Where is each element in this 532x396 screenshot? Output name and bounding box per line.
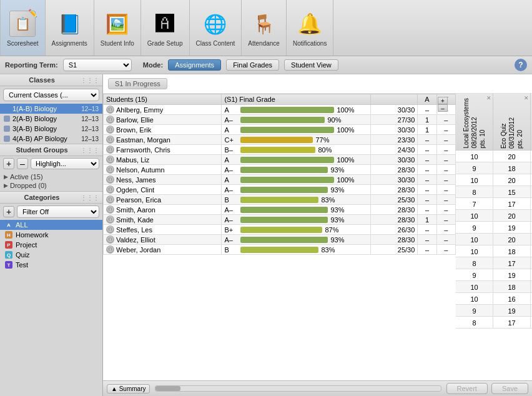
zoom-in-btn[interactable]: + <box>438 97 448 104</box>
group-label: Dropped (0) <box>10 182 47 189</box>
add-group-btn[interactable]: + <box>3 158 14 169</box>
absent-cell: – <box>418 135 436 145</box>
assign-cell-5-0[interactable]: 10 <box>456 210 493 221</box>
assign-cell-11-1[interactable]: 18 <box>493 281 531 292</box>
toolbar-grade-setup[interactable]: 🅰 Grade Setup <box>141 0 190 56</box>
student-info-icon[interactable]: ⓘ <box>106 146 114 154</box>
student-info-icon[interactable]: ⓘ <box>106 106 114 114</box>
group-label: Active (15) <box>10 173 43 181</box>
class-item[interactable]: 1(A-B) Biology 12–13 <box>0 104 102 114</box>
student-info-icon[interactable]: ⓘ <box>106 116 114 124</box>
assign-cell-1-0[interactable]: 9 <box>456 162 493 174</box>
student-info-icon[interactable]: ⓘ <box>106 126 114 134</box>
student-info-icon[interactable]: ⓘ <box>106 196 114 204</box>
student-name-cell: ⓘ Mabus, Liz <box>104 155 222 165</box>
remove-group-btn[interactable]: – <box>17 158 28 169</box>
help-btn[interactable]: ? <box>515 59 527 71</box>
student-info-icon[interactable]: ⓘ <box>106 176 114 184</box>
grade-pct: 93% <box>330 206 344 214</box>
tardy-cell: – <box>436 165 455 175</box>
absent-cell: – <box>418 105 436 115</box>
category-homework[interactable]: H Homework <box>0 230 102 240</box>
class-item[interactable]: 3(A-B) Biology 12–13 <box>0 124 102 134</box>
grade-letter: C+ <box>224 136 238 144</box>
assign-cell-6-0[interactable]: 9 <box>456 222 493 233</box>
assign-cell-8-0[interactable]: 10 <box>456 245 493 257</box>
assign-cell-12-1[interactable]: 16 <box>493 293 531 304</box>
student-info-icon[interactable]: ⓘ <box>106 245 114 254</box>
assign-cell-0-1[interactable]: 20 <box>493 151 531 162</box>
classes-dropdown-select[interactable]: Current Classes (... <box>3 89 99 101</box>
scroll-indicator[interactable] <box>155 385 441 392</box>
absent-count: – <box>425 136 429 144</box>
mode-assignments-btn[interactable]: Assignments <box>168 59 221 71</box>
reporting-term-select[interactable]: S1 <box>63 59 132 71</box>
save-btn[interactable]: Save <box>491 383 528 394</box>
toolbar-attendance[interactable]: 🪑 Attendance <box>242 0 287 56</box>
class-item[interactable]: 2(A-B) Biology 12–13 <box>0 114 102 124</box>
assign-cell-7-0[interactable]: 10 <box>456 234 493 245</box>
group-dropped[interactable]: ▶ Dropped (0) <box>4 181 99 190</box>
student-info-icon[interactable]: ⓘ <box>106 156 114 164</box>
tardy-count: – <box>444 146 448 154</box>
classes-section: Classes ⋮⋮⋮ Current Classes (... 1(A-B) … <box>0 74 102 144</box>
assign-cell-13-1[interactable]: 19 <box>493 305 531 316</box>
student-info-icon[interactable]: ⓘ <box>106 166 114 174</box>
student-info-icon[interactable]: ⓘ <box>106 235 114 244</box>
assign-cell-2-0[interactable]: 10 <box>456 174 493 186</box>
student-info-icon[interactable]: ⓘ <box>106 215 114 224</box>
student-name: Ness, James <box>116 176 156 184</box>
assign-cell-5-1[interactable]: 20 <box>493 210 531 221</box>
toolbar-student-info[interactable]: 🖼️ Student Info <box>94 0 141 56</box>
close-col2-btn[interactable]: ✕ <box>524 95 529 101</box>
toolbar-class-content[interactable]: 🌐 Class Content <box>190 0 242 56</box>
revert-btn[interactable]: Revert <box>446 383 488 394</box>
filter-select[interactable]: Filter Off <box>17 205 99 218</box>
assign-cell-6-1[interactable]: 19 <box>493 222 531 233</box>
assign-cell-11-0[interactable]: 10 <box>456 281 493 292</box>
expand-icon: ▶ <box>4 182 8 189</box>
summary-btn[interactable]: ▲ Summary <box>107 384 150 394</box>
highlight-select[interactable]: Highligh... <box>31 158 99 169</box>
assign-cell-8-1[interactable]: 18 <box>493 245 531 257</box>
class-dates: 12–13 <box>81 126 99 132</box>
assign-cell-2-1[interactable]: 20 <box>493 174 531 186</box>
category-test[interactable]: T Test <box>0 260 102 270</box>
toolbar-assignments[interactable]: 📘 Assignments <box>46 0 94 56</box>
grade-pts-cell: 30/30 <box>370 125 418 135</box>
mode-final-grades-btn[interactable]: Final Grades <box>226 59 279 71</box>
assign-cell-3-0[interactable]: 8 <box>456 186 493 197</box>
group-active[interactable]: ▶ Active (15) <box>4 172 99 181</box>
assign-cell-14-1[interactable]: 17 <box>493 317 531 328</box>
student-info-icon[interactable]: ⓘ <box>106 186 114 194</box>
assign-cell-9-0[interactable]: 8 <box>456 257 493 269</box>
student-info-icon[interactable]: ⓘ <box>106 136 114 144</box>
category-quiz[interactable]: Q Quiz <box>0 250 102 260</box>
student-info-icon[interactable]: ⓘ <box>106 225 114 234</box>
category-all[interactable]: A ALL <box>0 220 102 230</box>
assign-cell-0-0[interactable]: 10 <box>456 151 493 162</box>
assign-cell-10-1[interactable]: 19 <box>493 269 531 280</box>
assign-cell-9-1[interactable]: 17 <box>493 257 531 269</box>
zoom-out-btn[interactable]: – <box>438 104 448 112</box>
mode-student-view-btn[interactable]: Student View <box>284 59 338 71</box>
assign-cell-10-0[interactable]: 9 <box>456 269 493 280</box>
assign-cell-12-0[interactable]: 10 <box>456 293 493 304</box>
assign-cell-4-0[interactable]: 7 <box>456 198 493 209</box>
assign-cell-14-0[interactable]: 8 <box>456 317 493 328</box>
assign-cell-13-0[interactable]: 9 <box>456 305 493 316</box>
final-grade-col-header: (S1) Final Grade <box>222 94 370 105</box>
assign-cell-7-1[interactable]: 20 <box>493 234 531 245</box>
toolbar-scoresheet[interactable]: 📋 ✏️ Scoresheet <box>0 0 46 56</box>
class-item[interactable]: 4(A-B) AP Biology 12–13 <box>0 134 102 144</box>
close-col1-btn[interactable]: ✕ <box>486 95 491 101</box>
assign-cell-4-1[interactable]: 17 <box>493 198 531 209</box>
category-project[interactable]: P Project <box>0 240 102 250</box>
assign-col1-header-text: Local Ecosystems 08/28/2012 pts. 10 <box>462 97 486 149</box>
assign-cell-1-1[interactable]: 18 <box>493 162 531 174</box>
add-category-btn[interactable]: + <box>3 206 14 217</box>
final-grade-cell: B 83% <box>222 195 370 205</box>
assign-cell-3-1[interactable]: 15 <box>493 186 531 197</box>
student-info-icon[interactable]: ⓘ <box>106 205 114 214</box>
toolbar-notifications[interactable]: 🔔 Notifications <box>287 0 333 56</box>
